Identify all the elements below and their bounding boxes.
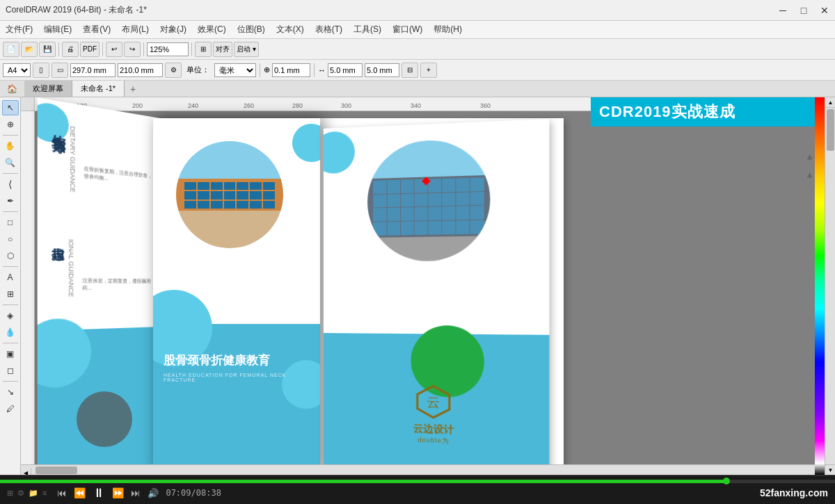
transparency-tool[interactable]: ◻ [2,363,19,378]
menu-help[interactable]: 帮助(H) [428,21,468,38]
status-icons: ⊞ ⚙ 📁 ≡ [7,489,47,498]
progress-bar-container[interactable] [0,480,835,483]
menu-table[interactable]: 表格(T) [310,21,348,38]
select-tool[interactable]: ↖ [2,100,19,115]
pdf-button[interactable]: PDF [80,42,100,57]
settings-icon: ⚙ [17,489,24,498]
unit-select[interactable]: 毫米 [214,63,256,77]
zoom-tool[interactable]: 🔍 [2,155,19,170]
pan-tool[interactable]: ✋ [2,138,19,154]
menu-file[interactable]: 文件(F) [0,21,38,38]
open-button[interactable]: 📂 [21,42,38,57]
canvas-area[interactable]: 180 200 240 260 280 300 340 360 毫米 饮食指导 … [21,97,835,475]
toolbar-separator [58,42,59,56]
zoom-input[interactable] [147,42,189,56]
undo-button[interactable]: ↩ [106,42,122,57]
ruler-mark-260: 260 [244,102,254,109]
logo-area: 云 云边设计 double为 [390,383,478,447]
property-toolbar: A4 ▯ ▭ ⚙ 单位： 毫米 ⊕ ↔ ⊟ + [0,60,835,81]
mid-subtitle-en: HEALTH EDUCATION FOR FEMORAL NECK FRACTU… [164,373,320,382]
scrollbar-horizontal[interactable]: ◀ [21,464,825,475]
scroll-thumb[interactable] [827,109,834,151]
nudge-label: ⊕ [264,65,270,74]
scroll-left-btn[interactable]: ◀ [21,468,31,475]
toolbar-separator2 [102,42,103,56]
menu-edit[interactable]: 编辑(E) [38,21,77,38]
step-back-btn[interactable]: ⏮ [57,487,67,498]
snap-button[interactable]: ⊞ [195,42,212,57]
next-btn[interactable]: ⏩ [112,487,124,498]
expand-arrow[interactable]: ◀ [806,154,814,160]
paint-tool[interactable]: 🖊 [2,401,19,416]
polygon-tool[interactable]: ⬡ [2,248,19,263]
table-tool[interactable]: ⊞ [2,286,19,302]
portrait-btn[interactable]: ▯ [33,63,49,78]
step-fwd-btn[interactable]: ⏭ [131,487,141,498]
smart-fill-tool[interactable]: ↘ [2,384,19,400]
pen-tool[interactable]: ✒ [2,193,19,209]
toolbar-separator4 [191,42,192,56]
menubar: 文件(F) 编辑(E) 查看(V) 布局(L) 对象(J) 效果(C) 位图(B… [0,21,835,39]
shadow-tool[interactable]: ▣ [2,346,19,361]
brochure-mid-panel: 股骨颈骨折健康教育 HEALTH EDUCATION FOR FEMORAL N… [153,118,320,473]
nudge-input[interactable] [272,63,310,77]
dim2-input[interactable] [365,63,399,77]
menu-view[interactable]: 查看(V) [77,21,116,38]
tab-document[interactable]: 未命名 -1* [72,81,125,97]
tab-welcome[interactable]: 欢迎屏幕 [24,81,72,97]
menu-bitmap[interactable]: 位图(B) [232,21,271,38]
tool-separator2 [3,173,18,174]
page-options-btn[interactable]: ⚙ [165,63,182,78]
menu-layout[interactable]: 布局(L) [116,21,154,38]
height-input[interactable] [118,63,163,77]
redo-button[interactable]: ↪ [124,42,141,57]
maximize-button[interactable]: □ [793,0,814,21]
color-palette[interactable] [815,97,825,475]
folder-icon: 📁 [29,489,38,498]
play-pause-btn[interactable]: ⏸ [93,486,105,501]
ruler-mark-340: 340 [411,102,421,109]
plus-btn[interactable]: + [420,63,437,78]
titlebar-title: CorelDRAW 2019 (64-Bit) - 未命名 -1* [0,4,147,16]
minimize-button[interactable]: ─ [772,0,793,21]
menu-window[interactable]: 窗口(W) [387,21,428,38]
scroll-down-btn[interactable]: ▼ [825,464,835,475]
tab-home[interactable]: 🏠 [0,81,24,97]
menu-text[interactable]: 文本(X) [271,21,310,38]
landscape-btn[interactable]: ▭ [51,63,68,78]
new-button[interactable]: 📄 [3,42,19,57]
menu-effects[interactable]: 效果(C) [192,21,232,38]
bleed-btn[interactable]: ⊟ [401,63,418,78]
scroll-up-btn[interactable]: ▲ [825,97,835,108]
shape-tool[interactable]: ⊕ [2,117,19,132]
tabbar: 🏠 欢迎屏幕 未命名 -1* + [0,81,835,97]
right-photo-circle [365,136,493,263]
rect-tool[interactable]: □ [2,215,19,230]
curve-tool[interactable]: ⟨ [2,177,19,192]
add-tab-button[interactable]: + [125,81,141,97]
launch-button[interactable]: 启动 ▾ [234,42,259,57]
eyedropper-tool[interactable]: 💧 [2,325,19,340]
page-size-select[interactable]: A4 [3,63,31,77]
ellipse-tool[interactable]: ○ [2,231,19,247]
text-tool[interactable]: A [2,270,19,285]
toolbox: ↖ ⊕ ✋ 🔍 ⟨ ✒ □ ○ ⬡ A ⊞ ◈ 💧 ▣ ◻ ↘ 🖊 [0,97,21,475]
print-button[interactable]: 🖨 [62,42,79,57]
monitor-icon: ⊞ [7,489,13,498]
expand-arrow2[interactable]: ◀ [806,172,814,178]
ruler-left [21,111,35,464]
scrollbar-vertical[interactable]: ▲ ▼ [825,97,835,475]
toolbar-separator3 [143,42,144,56]
scroll-h-thumb[interactable] [35,466,77,474]
align-button[interactable]: 对齐 [213,42,232,57]
save-button[interactable]: 💾 [39,42,56,57]
dim1-input[interactable] [328,63,363,77]
close-button[interactable]: ✕ [814,0,835,21]
left-panel-text1: 在骨折恢复期，注意合理饮食，营养均衡... [84,165,153,186]
menu-object[interactable]: 对象(J) [154,21,192,38]
prev-btn[interactable]: ⏪ [74,487,86,498]
menu-tools[interactable]: 工具(S) [348,21,387,38]
fill-tool[interactable]: ◈ [2,308,19,323]
volume-btn[interactable]: 🔊 [148,488,159,498]
width-input[interactable] [70,63,116,77]
